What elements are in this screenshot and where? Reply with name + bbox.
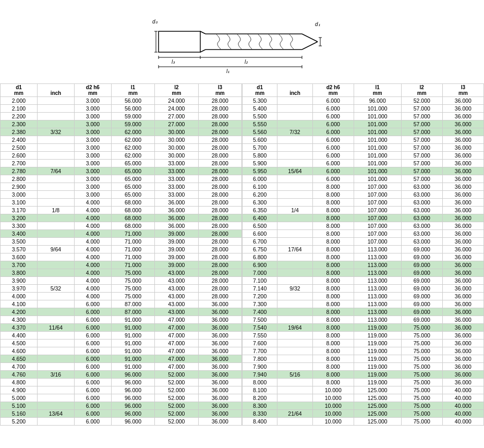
table-row: 5.5006.000101.00057.00036.000 xyxy=(243,113,484,120)
table-row: 2.7807/643.00065.00033.00028.000 xyxy=(1,167,242,175)
table-row: 5.1006.00096.00052.00036.000 xyxy=(1,402,242,410)
table-row: 3.8004.00075.00043.00028.000 xyxy=(1,269,242,277)
table-row: 6.75017/648.000113.00069.00036.000 xyxy=(243,246,484,253)
left-col-d1-h1: d1 xyxy=(1,84,38,91)
table-row: 7.7008.000119.00075.00036.000 xyxy=(243,347,484,355)
right-col-l2-h1: l2 xyxy=(401,84,442,91)
table-row: 6.2008.000107.00063.00036.000 xyxy=(243,191,484,199)
table-row: 5.4006.000101.00057.00036.000 xyxy=(243,105,484,113)
table-row: 6.1008.000107.00063.00036.000 xyxy=(243,183,484,191)
table-row: 7.5508.000119.00075.00036.000 xyxy=(243,332,484,340)
drill-diagram: d₀ d₁ xyxy=(143,5,341,78)
svg-text:l₂: l₂ xyxy=(245,59,248,65)
table-row: 4.3006.00091.00047.00036.000 xyxy=(1,316,242,324)
right-col-l3-h1: l3 xyxy=(442,84,483,91)
right-col-d2-h2: mm xyxy=(312,90,354,97)
table-row: 2.1003.00056.00024.00028.000 xyxy=(1,105,242,113)
svg-line-7 xyxy=(302,34,318,42)
table-row: 3.7004.00071.00039.00028.000 xyxy=(1,261,242,269)
table-row: 7.5008.000113.00069.00036.000 xyxy=(243,316,484,324)
table-row: 5.9006.000101.00057.00036.000 xyxy=(243,160,484,167)
table-row: 2.6003.00062.00030.00028.000 xyxy=(1,152,242,160)
table-row: 8.0008.000119.00075.00036.000 xyxy=(243,379,484,386)
svg-line-8 xyxy=(302,42,318,50)
table-row: 6.0006.000101.00057.00036.000 xyxy=(243,175,484,183)
table-row: 4.4006.00091.00047.00036.000 xyxy=(1,332,242,340)
right-col-d2-h1: d2 h6 xyxy=(312,84,354,91)
table-row: 6.6008.000107.00063.00036.000 xyxy=(243,230,484,238)
table-row: 7.6008.000119.00075.00036.000 xyxy=(243,340,484,347)
table-row: 4.1006.00087.00043.00036.000 xyxy=(1,300,242,308)
table-row: 2.0003.00056.00024.00028.000 xyxy=(1,97,242,105)
table-row: 4.37011/646.00091.00047.00036.000 xyxy=(1,324,242,332)
left-col-l1-h2: mm xyxy=(111,90,154,97)
right-table-container: d1 d2 h6 l1 l2 l3 mm inch mm mm mm mm 5.… xyxy=(242,83,484,426)
left-col-l3-h2: mm xyxy=(198,90,241,97)
table-row: 8.40010.000125.00075.00040.000 xyxy=(243,418,484,426)
table-row: 3.1004.00068.00036.00028.000 xyxy=(1,199,242,207)
table-row: 7.4008.000113.00069.00036.000 xyxy=(243,308,484,316)
table-row: 2.9003.00065.00033.00028.000 xyxy=(1,183,242,191)
table-row: 3.6004.00071.00039.00028.000 xyxy=(1,253,242,261)
table-row: 5.6006.000101.00057.00036.000 xyxy=(243,136,484,144)
table-row: 8.33021/6410.000125.00075.00040.000 xyxy=(243,410,484,418)
table-row: 5.3006.00096.00052.00036.000 xyxy=(243,97,484,105)
left-table-container: d1 d2 h6 l1 l2 l3 mm inch mm mm mm mm 2.… xyxy=(0,83,242,426)
left-col-l1-h1: l1 xyxy=(111,84,154,91)
table-row: 7.9405/168.000119.00075.00036.000 xyxy=(243,371,484,379)
table-row: 2.4003.00062.00030.00028.000 xyxy=(1,136,242,144)
right-col-d1-h1: d1 xyxy=(243,84,277,91)
table-row: 4.6506.00091.00047.00036.000 xyxy=(1,355,242,363)
table-row: 4.8006.00096.00052.00036.000 xyxy=(1,379,242,386)
table-row: 4.6006.00091.00047.00036.000 xyxy=(1,347,242,355)
table-row: 3.5709/644.00071.00039.00028.000 xyxy=(1,246,242,253)
table-row: 7.0008.000113.00069.00036.000 xyxy=(243,269,484,277)
table-row: 7.1008.000113.00069.00036.000 xyxy=(243,277,484,285)
right-col-l2-h2: mm xyxy=(401,90,442,97)
table-row: 7.8008.000119.00075.00036.000 xyxy=(243,355,484,363)
table-row: 2.8003.00065.00033.00028.000 xyxy=(1,175,242,183)
table-row: 2.7003.00065.00033.00028.000 xyxy=(1,160,242,167)
table-row: 4.5006.00091.00047.00036.000 xyxy=(1,340,242,347)
right-col-l1-h1: l1 xyxy=(354,84,401,91)
right-col-l3-h2: mm xyxy=(442,90,483,97)
left-col-inch-h2: inch xyxy=(37,90,74,97)
left-col-inch-h1 xyxy=(37,84,74,91)
table-row: 4.7603/166.00096.00052.00036.000 xyxy=(1,371,242,379)
table-row: 6.7008.000107.00063.00036.000 xyxy=(243,238,484,246)
table-row: 4.7006.00091.00047.00036.000 xyxy=(1,363,242,371)
table-row: 6.3008.000107.00063.00036.000 xyxy=(243,199,484,207)
tables-container: d1 d2 h6 l1 l2 l3 mm inch mm mm mm mm 2.… xyxy=(0,83,484,426)
table-row: 6.9008.000113.00069.00036.000 xyxy=(243,261,484,269)
table-row: 7.54019/648.000119.00075.00036.000 xyxy=(243,324,484,332)
table-row: 8.20010.000125.00075.00040.000 xyxy=(243,394,484,402)
table-row: 5.5506.000101.00057.00036.000 xyxy=(243,120,484,128)
table-row: 5.5607/326.000101.00057.00036.000 xyxy=(243,128,484,136)
diagram-area: d₀ d₁ xyxy=(0,0,484,83)
svg-line-4 xyxy=(200,50,205,52)
table-row: 7.3008.000113.00069.00036.000 xyxy=(243,300,484,308)
table-row: 3.5004.00071.00039.00028.000 xyxy=(1,238,242,246)
table-row: 3.9004.00075.00043.00028.000 xyxy=(1,277,242,285)
table-row: 2.3003.00059.00027.00028.000 xyxy=(1,120,242,128)
left-col-d2-h1: d2 h6 xyxy=(74,84,111,91)
table-row: 6.4008.000107.00063.00036.000 xyxy=(243,214,484,222)
right-col-inch-h2: inch xyxy=(277,90,312,97)
svg-text:d₁: d₁ xyxy=(315,21,320,27)
svg-line-3 xyxy=(200,31,205,34)
table-row: 4.2006.00087.00043.00036.000 xyxy=(1,308,242,316)
table-row: 2.3803/323.00062.00030.00028.000 xyxy=(1,128,242,136)
table-row: 5.0006.00096.00052.00036.000 xyxy=(1,394,242,402)
table-row: 4.9006.00096.00052.00036.000 xyxy=(1,386,242,394)
table-row: 6.8008.000113.00069.00036.000 xyxy=(243,253,484,261)
table-row: 2.5003.00062.00030.00028.000 xyxy=(1,144,242,152)
svg-text:l₃: l₃ xyxy=(172,59,175,65)
left-col-l2-h1: l2 xyxy=(155,84,198,91)
left-table: d1 d2 h6 l1 l2 l3 mm inch mm mm mm mm 2.… xyxy=(0,83,242,426)
table-row: 3.9705/324.00075.00043.00028.000 xyxy=(1,285,242,293)
right-table: d1 d2 h6 l1 l2 l3 mm inch mm mm mm mm 5.… xyxy=(242,83,484,426)
table-row: 5.16013/646.00096.00052.00036.000 xyxy=(1,410,242,418)
table-row: 6.3501/48.000107.00063.00036.000 xyxy=(243,207,484,214)
left-col-l3-h1: l3 xyxy=(198,84,241,91)
svg-text:d₀: d₀ xyxy=(152,19,158,25)
